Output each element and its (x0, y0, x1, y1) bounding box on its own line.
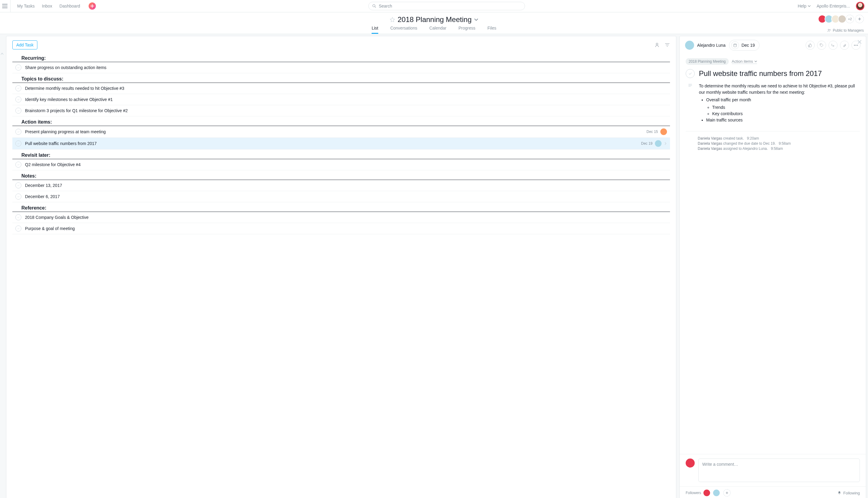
activity-entry: Daniela Vargas changed the due date to D… (698, 141, 860, 146)
task-row[interactable]: Pull website traffic numbers from 2017 D… (12, 138, 670, 149)
complete-checkbox[interactable] (15, 65, 22, 70)
people-icon (827, 28, 831, 32)
chevron-icon (1, 52, 4, 55)
task-row[interactable]: Share progress on outstanding action ite… (12, 62, 670, 73)
user-avatar[interactable] (856, 2, 864, 10)
task-row[interactable]: Purpose & goal of meeting (12, 223, 670, 234)
follower-avatar[interactable] (712, 489, 720, 497)
complete-checkbox[interactable] (15, 225, 22, 232)
chevron-down-icon[interactable] (474, 17, 478, 22)
task-row[interactable]: December 13, 2017 (12, 180, 670, 191)
follower-avatar[interactable] (703, 489, 711, 497)
workspace-menu[interactable]: Apollo Enterpris... (817, 4, 850, 9)
menu-toggle[interactable] (4, 0, 11, 12)
member-avatar[interactable] (838, 15, 846, 23)
section-header[interactable]: Reference: (12, 204, 670, 212)
tab-files[interactable]: Files (488, 26, 496, 34)
task-row[interactable]: Q2 milestone for Objective #4 (12, 159, 670, 170)
bell-icon (837, 491, 841, 495)
add-member-button[interactable] (855, 15, 864, 23)
like-button[interactable] (806, 41, 815, 50)
top-nav: My Tasks Inbox Dashboard (17, 2, 96, 10)
task-title[interactable]: Pull website traffic numbers from 2017 (699, 69, 822, 78)
task-detail-panel: Alejandro Luna Dec 19 2018 Planning Meet… (679, 36, 866, 498)
task-name: Share progress on outstanding action ite… (25, 65, 667, 70)
svg-point-6 (854, 45, 855, 46)
subtask-button[interactable] (829, 41, 838, 50)
svg-point-8 (857, 45, 858, 46)
nav-inbox[interactable]: Inbox (42, 4, 52, 9)
task-due-date: Dec 15 (646, 130, 658, 134)
search-input[interactable] (379, 4, 521, 9)
attach-button[interactable] (840, 41, 849, 50)
section-header[interactable]: Notes: (12, 172, 670, 180)
complete-checkbox[interactable] (15, 85, 22, 91)
task-name: Brainstorm 3 projects for Q1 milestone f… (25, 108, 667, 113)
task-name: Q2 milestone for Objective #4 (25, 162, 667, 167)
filter-icon[interactable] (665, 42, 670, 48)
members-overflow[interactable]: +2 (846, 15, 854, 23)
nav-dashboard[interactable]: Dashboard (59, 4, 80, 9)
quick-add-button[interactable] (89, 2, 96, 10)
task-row[interactable]: Present planning progress at team meetin… (12, 126, 670, 138)
task-row[interactable]: Brainstorm 3 projects for Q1 milestone f… (12, 105, 670, 116)
complete-checkbox[interactable] (15, 182, 22, 188)
nav-my-tasks[interactable]: My Tasks (17, 4, 35, 9)
task-name: Purpose & goal of meeting (25, 226, 667, 231)
breadcrumb-section[interactable]: Action items (732, 59, 757, 64)
sidebar-expand-handle[interactable] (0, 34, 4, 498)
section-header[interactable]: Revisit later: (12, 151, 670, 159)
activity-entry: Daniela Vargas assigned to Alejandro Lun… (698, 146, 860, 151)
svg-point-3 (656, 43, 658, 45)
task-description[interactable]: To determine the monthly results we need… (699, 83, 860, 123)
task-name: December 13, 2017 (25, 183, 667, 188)
tab-progress[interactable]: Progress (458, 26, 475, 34)
project-visibility[interactable]: Public to Managers (827, 28, 864, 32)
project-title: 2018 Planning Meeting (398, 15, 472, 24)
task-row[interactable]: Determine monthly results needed to hit … (12, 83, 670, 94)
task-name: 2018 Company Goals & Objective (25, 215, 667, 220)
complete-task-button[interactable] (686, 69, 695, 78)
comment-composer: Write a comment… (680, 454, 866, 486)
followers-label: Followers (686, 491, 701, 495)
complete-checkbox[interactable] (15, 194, 22, 199)
help-menu[interactable]: Help (798, 4, 811, 9)
close-icon[interactable] (857, 40, 862, 44)
section-header[interactable]: Action items: (12, 118, 670, 126)
complete-checkbox[interactable] (15, 214, 22, 220)
search-box[interactable] (368, 2, 525, 10)
user-avatar (686, 459, 695, 468)
task-name: December 6, 2017 (25, 194, 667, 199)
chevron-right-icon (664, 142, 667, 145)
complete-checkbox[interactable] (15, 161, 22, 168)
person-icon[interactable] (654, 42, 660, 48)
tag-button[interactable] (817, 41, 826, 50)
section-header[interactable]: Topics to discuss: (12, 75, 670, 83)
complete-checkbox[interactable] (15, 141, 22, 146)
complete-checkbox[interactable] (15, 96, 22, 103)
complete-checkbox[interactable] (15, 108, 22, 114)
project-members: +2 (820, 15, 864, 23)
task-row[interactable]: 2018 Company Goals & Objective (12, 212, 670, 223)
comment-input[interactable]: Write a comment… (698, 459, 860, 482)
tab-list[interactable]: List (372, 26, 378, 34)
due-date-button[interactable]: Dec 19 (729, 40, 759, 51)
assignee-button[interactable]: Alejandro Luna (685, 41, 725, 50)
following-toggle[interactable]: Following (837, 491, 860, 495)
task-row[interactable]: Identify key milestones to achieve Objec… (12, 94, 670, 105)
breadcrumb-project[interactable]: 2018 Planning Meeting (686, 58, 729, 65)
chevron-down-icon (808, 4, 811, 8)
tab-conversations[interactable]: Conversations (390, 26, 417, 34)
complete-checkbox[interactable] (15, 129, 22, 135)
chevron-down-icon (755, 60, 757, 63)
add-follower-button[interactable] (723, 489, 731, 497)
add-task-button[interactable]: Add Task (12, 40, 37, 50)
section-header[interactable]: Recurring: (12, 54, 670, 62)
task-row[interactable]: December 6, 2017 (12, 191, 670, 202)
project-header: 2018 Planning Meeting List Conversations… (0, 12, 868, 34)
star-icon[interactable] (390, 17, 395, 22)
task-name: Pull website traffic numbers from 2017 (25, 141, 641, 146)
attachment-icon (842, 43, 846, 47)
tab-calendar[interactable]: Calendar (429, 26, 446, 34)
assignee-name: Alejandro Luna (697, 43, 725, 48)
